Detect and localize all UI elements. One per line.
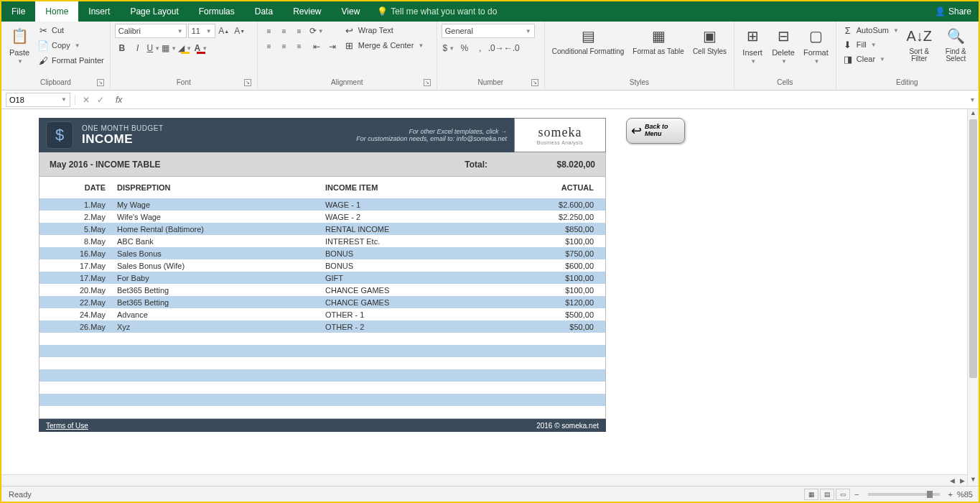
increase-indent-button[interactable]: ⇥ — [325, 40, 340, 54]
table-row-empty[interactable] — [39, 394, 605, 406]
cell-date[interactable]: 8.May — [39, 237, 111, 246]
table-row[interactable]: 1.MayMy WageWAGE - 1$2.600,00 — [39, 198, 605, 211]
cell-item[interactable]: CHANCE GAMES — [319, 298, 492, 307]
cell-actual[interactable]: $2.250,00 — [492, 213, 599, 221]
align-bottom-button[interactable]: ≡ — [292, 24, 307, 38]
zoom-level[interactable]: %85 — [957, 490, 973, 499]
cell-item[interactable]: RENTAL INCOME — [319, 225, 492, 234]
bold-button[interactable]: B — [115, 41, 129, 55]
table-row[interactable]: 26.MayXyzOTHER - 2$50,00 — [39, 320, 605, 333]
comma-button[interactable]: , — [473, 41, 487, 55]
enter-formula-button[interactable]: ✓ — [94, 95, 107, 105]
cell-actual[interactable]: $500,00 — [492, 310, 599, 319]
cell-actual[interactable]: $850,00 — [492, 225, 599, 234]
decrease-indent-button[interactable]: ⇤ — [309, 40, 324, 54]
increase-decimal-button[interactable]: .0→ — [489, 41, 503, 55]
terms-link[interactable]: Terms of Use — [46, 422, 88, 430]
table-row[interactable]: 17.MaySales Bonus (Wife)BONUS$600,00 — [39, 259, 605, 272]
paste-button[interactable]: 📋 Paste ▼ — [6, 24, 33, 66]
tab-view[interactable]: View — [332, 1, 370, 22]
normal-view-button[interactable]: ▦ — [804, 489, 818, 500]
fx-icon[interactable]: fx — [111, 95, 126, 105]
cell-description[interactable]: ABC Bank — [111, 237, 319, 246]
cell-actual[interactable]: $100,00 — [492, 274, 599, 282]
cell-item[interactable]: INTEREST Etc. — [319, 237, 492, 246]
page-layout-view-button[interactable]: ▤ — [820, 489, 834, 500]
table-row[interactable]: 22.MayBet365 BettingCHANCE GAMES$120,00 — [39, 296, 605, 308]
find-select-button[interactable]: 🔍Find & Select — [938, 24, 974, 64]
clear-button[interactable]: ◨Clear▼ — [841, 52, 900, 65]
italic-button[interactable]: I — [131, 41, 145, 55]
font-name-select[interactable]: Calibri▼ — [115, 24, 187, 38]
cell-actual[interactable]: $600,00 — [492, 262, 599, 270]
cell-actual[interactable]: $2.600,00 — [492, 200, 599, 209]
cell-description[interactable]: Sales Bonus — [111, 249, 319, 258]
cell-date[interactable]: 17.May — [39, 262, 111, 270]
increase-font-button[interactable]: A▲ — [217, 24, 231, 38]
cell-actual[interactable]: $120,00 — [492, 298, 599, 307]
table-row[interactable]: 8.MayABC BankINTEREST Etc.$100,00 — [39, 235, 605, 247]
conditional-formatting-button[interactable]: ▤Conditional Formatting — [549, 24, 627, 57]
cell-item[interactable]: WAGE - 2 — [319, 213, 492, 221]
cell-date[interactable]: 5.May — [39, 225, 111, 234]
align-center-button[interactable]: ≡ — [277, 39, 291, 53]
cell-item[interactable]: CHANCE GAMES — [319, 286, 492, 295]
table-row-empty[interactable] — [39, 406, 605, 418]
merge-center-button[interactable]: ⊞Merge & Center▼ — [342, 39, 426, 52]
number-dialog-launcher[interactable]: ↘ — [531, 79, 538, 86]
cell-actual[interactable]: $50,00 — [492, 323, 599, 331]
cell-date[interactable]: 2.May — [39, 213, 111, 221]
alignment-dialog-launcher[interactable]: ↘ — [424, 79, 431, 86]
cell-item[interactable]: OTHER - 1 — [319, 310, 492, 319]
format-cells-button[interactable]: ▢Format▼ — [801, 24, 831, 66]
decrease-decimal-button[interactable]: ←.0 — [505, 41, 519, 55]
cell-actual[interactable]: $100,00 — [492, 286, 599, 295]
share-button[interactable]: 👤 Share — [935, 6, 971, 17]
cell-actual[interactable]: $750,00 — [492, 249, 599, 258]
borders-button[interactable]: ▦▼ — [162, 41, 177, 55]
zoom-out-button[interactable]: − — [851, 490, 862, 499]
vertical-scrollbar[interactable]: ▲ ▼ — [967, 109, 979, 486]
name-box[interactable]: O18▼ — [6, 93, 70, 107]
horizontal-scrollbar[interactable]: ◀ ▶ — [1, 474, 967, 486]
underline-button[interactable]: U▼ — [146, 41, 161, 55]
scroll-right-arrow[interactable]: ▶ — [957, 477, 967, 484]
cell-description[interactable]: Advance — [111, 310, 319, 319]
format-painter-button[interactable]: 🖌Format Painter — [36, 54, 106, 67]
tell-me-search[interactable]: 💡 Tell me what you want to do — [377, 6, 497, 17]
percent-button[interactable]: % — [457, 41, 472, 55]
worksheet-area[interactable]: $ ONE MONTH BUDGET INCOME For other Exce… — [1, 109, 979, 486]
table-row[interactable]: 24.MayAdvanceOTHER - 1$500,00 — [39, 308, 605, 320]
page-break-view-button[interactable]: ▭ — [836, 489, 850, 500]
cell-description[interactable]: Xyz — [111, 323, 319, 331]
tab-page-layout[interactable]: Page Layout — [120, 1, 188, 22]
template-other-link[interactable]: For other Excel templates, click → — [409, 128, 507, 135]
fill-color-button[interactable]: ◢▼ — [178, 41, 192, 55]
cut-button[interactable]: ✂Cut — [36, 24, 106, 37]
fill-button[interactable]: ⬇Fill▼ — [841, 38, 900, 51]
table-row[interactable]: 5.MayHome Rental (Baltimore)RENTAL INCOM… — [39, 223, 605, 235]
cell-date[interactable]: 24.May — [39, 310, 111, 319]
tab-insert[interactable]: Insert — [78, 1, 120, 22]
cell-item[interactable]: OTHER - 2 — [319, 323, 492, 331]
scroll-left-arrow[interactable]: ◀ — [947, 477, 957, 484]
sort-filter-button[interactable]: A↓ZSort & Filter — [903, 24, 935, 64]
table-row[interactable]: 20.MayBet365 BettingCHANCE GAMES$100,00 — [39, 284, 605, 296]
align-left-button[interactable]: ≡ — [262, 39, 276, 53]
table-row-empty[interactable] — [39, 382, 605, 394]
table-row[interactable]: 16.MaySales BonusBONUS$750,00 — [39, 247, 605, 259]
table-row-empty[interactable] — [39, 369, 605, 382]
cell-item[interactable]: BONUS — [319, 262, 492, 270]
accounting-format-button[interactable]: $▼ — [442, 41, 456, 55]
font-color-button[interactable]: A▼ — [194, 41, 208, 55]
cell-description[interactable]: My Wage — [111, 200, 319, 209]
zoom-knob[interactable] — [927, 491, 933, 498]
back-to-menu-button[interactable]: ↩ Back to Menu — [626, 118, 685, 144]
table-row-empty[interactable] — [39, 357, 605, 369]
wrap-text-button[interactable]: ↩Wrap Text — [342, 24, 426, 37]
table-row-empty[interactable] — [39, 345, 605, 357]
decrease-font-button[interactable]: A▼ — [233, 24, 247, 38]
cell-description[interactable]: Home Rental (Baltimore) — [111, 225, 319, 234]
scroll-down-arrow[interactable]: ▼ — [968, 476, 979, 486]
tab-home[interactable]: Home — [35, 1, 78, 22]
